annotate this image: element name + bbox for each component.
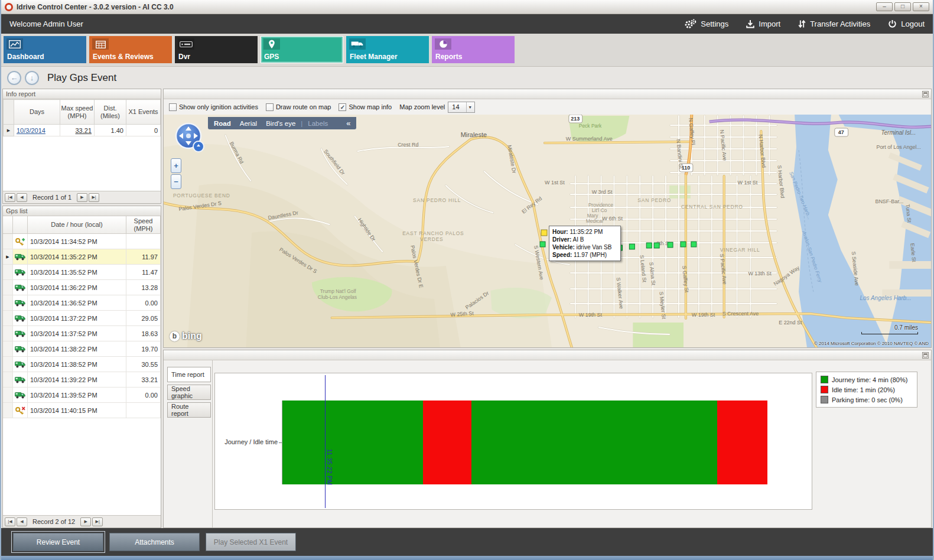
column-header-days[interactable]: Days [14, 100, 60, 125]
back-button[interactable]: ← [7, 71, 21, 85]
icon-column-header [13, 216, 28, 234]
zoom-out-button[interactable]: − [171, 174, 181, 189]
map-pin-icon [263, 38, 280, 50]
show-only-ignition-activities-checkbox[interactable]: Show only ignition activities [169, 103, 258, 111]
map-style-aerial[interactable]: Aerial [240, 120, 257, 127]
column-header-date-hour-local[interactable]: Date / hour (local) [28, 216, 126, 234]
logout-button[interactable]: Logout [888, 19, 925, 28]
power-icon [888, 19, 897, 28]
legend-label: Journey time: 4 min (80%) [832, 376, 907, 383]
gps-list-row[interactable]: 10/3/2014 11:38:52 PM30.55 [3, 357, 161, 372]
info-report-title: Info report [6, 90, 35, 97]
cell-datetime: 10/3/2014 11:36:52 PM [28, 295, 126, 311]
gps-point-icon [13, 265, 28, 280]
bing-wordmark: bing [182, 331, 202, 341]
chart-segment-journey [282, 401, 423, 484]
nav-tab-label: Reports [435, 53, 462, 61]
draw-route-on-map-checkbox[interactable]: Draw route on map [266, 103, 331, 111]
legend-item: Parking time: 0 sec (0%) [821, 396, 913, 403]
gps-list-pager-first-button[interactable]: |◀ [5, 517, 15, 526]
nav-tab-reports[interactable]: Reports [432, 36, 515, 63]
map-collapse-button[interactable] [922, 91, 929, 97]
info-report-table: DaysMax speed (MPH)Dist. (Miles)X1 Event… [3, 99, 161, 191]
gps-list-row[interactable]: 10/3/2014 11:40:15 PM [3, 403, 161, 418]
column-header-dist-miles[interactable]: Dist. (Miles) [95, 100, 126, 125]
days-link[interactable]: 10/3/2014 [17, 127, 45, 134]
map-menu-collapse-button[interactable]: « [346, 119, 350, 128]
map-style-bird-s-eye[interactable]: Bird's eye [266, 120, 295, 127]
app-icon [5, 3, 13, 11]
map-canvas[interactable]: 21311047Burma RdSouthfield DrCrest RdMir… [164, 115, 931, 347]
compass-control[interactable] [173, 121, 206, 155]
gps-list-row[interactable]: 10/3/2014 11:38:22 PM19.70 [3, 341, 161, 357]
gps-list-pager-last-button[interactable]: ▶| [92, 517, 103, 526]
cell-speed: 33.21 [126, 372, 161, 388]
checkbox-label: Show only ignition activities [179, 103, 258, 110]
top-actions: SettingsImportTransfer ActivitiesLogout [684, 19, 925, 29]
maximize-button[interactable]: □ [894, 2, 911, 11]
gps-list-row[interactable]: 10/3/2014 11:35:52 PM11.47 [3, 265, 161, 280]
minimize-button[interactable]: – [876, 2, 893, 11]
info-report-pager-next-button[interactable]: ▶ [77, 193, 87, 202]
nav-tab-events-reviews[interactable]: Events & Reviews [89, 36, 172, 63]
info-report-pager: |◀◀Record 1 of 1▶▶| [3, 191, 161, 203]
info-report-pager-first-button[interactable]: |◀ [5, 193, 15, 202]
nav-tab-gps[interactable]: GPS [261, 36, 343, 63]
gps-point-icon [13, 280, 28, 295]
show-map-info-checkbox[interactable]: ✓Show map info [339, 103, 392, 111]
column-header-x1-events[interactable]: X1 Events [126, 100, 161, 125]
scroll-down-button[interactable]: ↓ [25, 71, 39, 85]
cell-speed: 30.55 [126, 357, 161, 372]
cell-speed: 0.00 [126, 388, 161, 403]
tab-route-report[interactable]: Route report [167, 402, 211, 418]
gps-list-row[interactable]: 10/3/2014 11:37:52 PM18.63 [3, 326, 161, 341]
gps-list-row[interactable]: ▶10/3/2014 11:35:22 PM11.97 [3, 249, 161, 265]
gps-list-row[interactable]: 10/3/2014 11:36:22 PM13.28 [3, 280, 161, 295]
cell-max-speed[interactable]: 33.21 [60, 125, 95, 136]
bing-logo[interactable]: b bing [170, 331, 202, 341]
gps-list-row[interactable]: 10/3/2014 11:39:22 PM33.21 [3, 372, 161, 388]
zoom-in-button[interactable]: + [171, 158, 181, 173]
gps-list-row[interactable]: 10/3/2014 11:37:22 PM29.05 [3, 311, 161, 326]
info-report-pager-last-button[interactable]: ▶| [89, 193, 99, 202]
tab-speed-graphic[interactable]: Speed graphic [167, 385, 211, 400]
map-style-road[interactable]: Road [214, 120, 231, 127]
legend-item: Idle time: 1 min (20%) [821, 386, 913, 393]
info-report-pager-prev-button[interactable]: ◀ [17, 193, 27, 202]
nav-tab-fleet-manager[interactable]: Fleet Manager [346, 36, 429, 63]
review-event-button[interactable]: Review Event [13, 533, 103, 551]
transfer-activities-label: Transfer Activities [810, 19, 870, 28]
cell-datetime: 10/3/2014 11:36:22 PM [28, 280, 126, 295]
cell-days[interactable]: 10/3/2014 [14, 125, 60, 136]
cell-datetime: 10/3/2014 11:37:22 PM [28, 311, 126, 326]
nav-tab-dvr[interactable]: Dvr [175, 36, 258, 63]
info-report-row[interactable]: ▶10/3/201433.211.400 [4, 125, 161, 136]
legend-swatch [821, 386, 828, 393]
import-button[interactable]: Import [746, 19, 780, 28]
gps-point-icon [13, 372, 28, 388]
transfer-activities-button[interactable]: Transfer Activities [798, 19, 870, 28]
column-header-max-speed-mph[interactable]: Max speed (MPH) [60, 100, 95, 125]
gps-list-pager-next-button[interactable]: ▶ [80, 517, 91, 526]
gps-list-row[interactable]: 10/3/2014 11:36:52 PM0.00 [3, 295, 161, 311]
gps-list-pager-prev-button[interactable]: ◀ [17, 517, 27, 526]
gps-list-row[interactable]: 10/3/2014 11:34:52 PM [3, 234, 161, 249]
max-speed-link[interactable]: 33.21 [75, 127, 92, 134]
svg-text:213: 213 [571, 116, 580, 122]
column-header-speed-mph[interactable]: Speed (MPH) [126, 216, 161, 234]
title-bar[interactable]: Idrive Control Center - 3.0.2 version - … [1, 0, 933, 14]
cell-datetime: 10/3/2014 11:34:52 PM [28, 234, 126, 249]
attachments-button[interactable]: Attachments [109, 533, 200, 551]
tab-time-report[interactable]: Time report [167, 367, 211, 382]
gps-point-icon [13, 357, 28, 372]
cell-speed: 18.63 [126, 326, 161, 341]
play-selected-x1-event-button[interactable]: Play Selected X1 Event [206, 533, 296, 551]
nav-tab-dashboard[interactable]: Dashboard [4, 36, 86, 63]
settings-button[interactable]: Settings [684, 19, 728, 29]
map-zoom-level-select[interactable]: 14▼ [448, 102, 475, 113]
chart-collapse-button[interactable] [922, 352, 929, 359]
gps-list-row[interactable]: 10/3/2014 11:39:52 PM0.00 [3, 388, 161, 403]
svg-text:Miraleste: Miraleste [461, 131, 487, 138]
map-style-labels[interactable]: Labels [308, 120, 328, 127]
close-button[interactable]: × [913, 2, 929, 11]
